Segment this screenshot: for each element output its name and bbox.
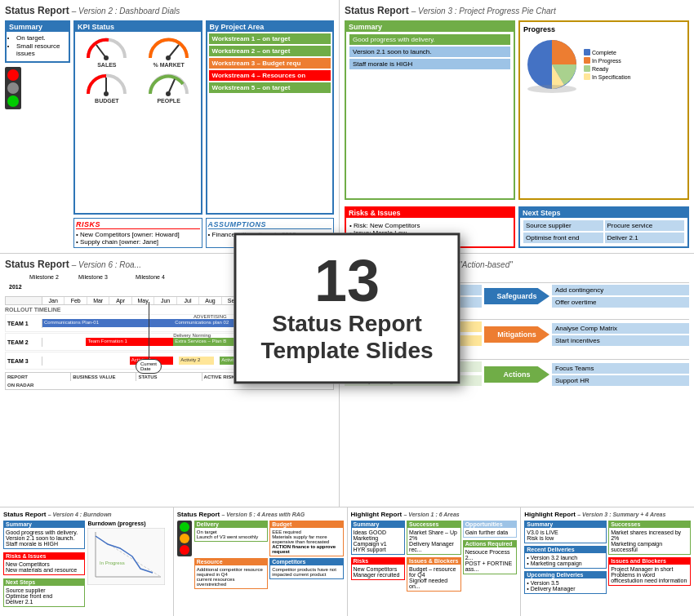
safeguard-1: Add contingency	[552, 285, 689, 295]
v4-s1: Good progress with delivery.	[6, 530, 82, 535]
rag-amber	[180, 534, 189, 543]
v4-r2: New materials and resource	[6, 567, 82, 573]
v5-panel: Status Report – Version 5 : 4 Areas with…	[174, 507, 347, 616]
hl-s2: Marketing Campaign v1	[354, 535, 403, 547]
hl-issues-header: Issues & Blockers	[407, 557, 461, 565]
targets-left: Market Share – Up 2% Delivery Manager re…	[345, 361, 482, 388]
v6-panel: Status Report – Version 6 : Roa... Miles…	[0, 254, 339, 507]
v5-resource-content: Additional competitor resource required …	[194, 565, 268, 589]
progress-section: Progress	[518, 20, 689, 200]
svg-point-5	[104, 91, 109, 96]
v4-summary-content: Good progress with delivery. Version 2.1…	[3, 528, 85, 549]
dates-row: [date] – Milestone 1 [date] – Milestone …	[345, 285, 689, 308]
dial-market-label: % MARKET	[153, 62, 185, 68]
v5-r2: current resources overstretched	[197, 577, 265, 587]
hlv3-suc1: Market shares increased by 2%	[611, 530, 688, 541]
target-2: Delivery Manager recruited	[345, 375, 482, 386]
risks-section-v1: Risks & Issues Risk: New Competitors Iss…	[345, 311, 689, 348]
hlv3-summary-content: V3.0 is LIVE Risk is low	[524, 528, 607, 543]
v5-b2: Materials supply far more expensive than…	[272, 534, 340, 544]
v4-risks-content: New Competitors New materials and resour…	[3, 560, 85, 575]
team1-label: TEAM 1	[6, 319, 42, 328]
targets-section: Targets Market Share – Up 2% Delivery Ma…	[345, 351, 689, 388]
highlight-v1-em: – Version 1 : 6 Areas	[403, 512, 459, 517]
dial-market-svg	[146, 33, 191, 62]
hl-summary-header: Summary	[351, 521, 406, 528]
v4-panel: Status Report – Version 4 : Burndown Sum…	[0, 507, 173, 616]
mitigations-items: Analyse Comp Matrix Start incentives	[552, 323, 689, 346]
hl-o1: Gain further data	[465, 530, 515, 535]
month-sep: Sep	[222, 297, 244, 304]
burndown-chart: In Progress	[87, 528, 165, 585]
v5-d2: Launch of V3 went smoothly	[197, 534, 265, 539]
v3-summary-title: Summary	[346, 22, 514, 32]
hl-successes-content: Market Share – Up 2% Delivery Manager re…	[407, 528, 461, 555]
v4-ns-header: Next Steps	[3, 578, 85, 586]
team3-label: TEAM 3	[6, 357, 42, 366]
svg-point-3	[166, 55, 171, 60]
svg-line-0	[96, 45, 106, 58]
assumption-1: • Finance will continue to 2013	[208, 231, 332, 238]
workstream-list: Workstream 1 – on target Workstream 2 – …	[207, 32, 333, 95]
month-jan-2013: Jan	[312, 297, 333, 304]
footer-onradar: ON RADAR	[6, 381, 71, 389]
hl-a1: Nesouce Process 2...	[465, 549, 515, 561]
ri-item-1: • Risk: New Competitors	[349, 222, 510, 229]
actions-items: Focus Teams Support HR	[552, 363, 689, 386]
hlv3-s2: Risk is low	[527, 535, 604, 541]
v2-title-strong: Status Report	[5, 5, 69, 16]
targets-title: Targets	[345, 351, 689, 360]
v3-summary-items: Good progress with delivery. Version 2.1…	[349, 34, 510, 69]
highlight-v1-content: Summary Ideas GOOD Marketing Campaign v1…	[351, 521, 518, 592]
svg-line-2	[168, 45, 179, 58]
hlv3-s1: V3.0 is LIVE	[527, 530, 604, 535]
team2-bar3: Version 2	[246, 338, 289, 346]
date-2: [date] – Milestone 2	[345, 297, 482, 308]
hl-successes-col: Successes Market Share – Up 2% Delivery …	[407, 521, 461, 592]
v2-summary-list: On target. Small resource issues	[10, 34, 65, 57]
v5-r1: Additional competitor resource required …	[197, 567, 265, 577]
v2-panel: Status Report – Version 2 : Dashboard Di…	[0, 0, 339, 253]
v3-content: Summary Good progress with delivery. Ver…	[345, 20, 689, 200]
v5-budget: Budget EEE required Materials supply far…	[269, 521, 343, 556]
hlv3-i2: Problems in word officestudion need info…	[611, 572, 688, 583]
v4-summary-header: Summary	[3, 521, 85, 528]
year-2012: 2012	[9, 284, 22, 290]
svg-point-7	[166, 91, 171, 96]
dates-left: [date] – Milestone 1 [date] – Milestone …	[345, 285, 482, 308]
v6-title-em: – Version 6 : Roa...	[72, 260, 141, 269]
milestone-3: Milestone 3	[78, 274, 108, 280]
month-mar: Mar	[87, 297, 109, 304]
risks-left: Risk: New Competitors Issue: Morale Low	[345, 321, 482, 348]
svg-point-9	[527, 85, 576, 93]
assumptions-header: AssUMPTIONs	[208, 220, 332, 229]
hl-suc2: Delivery Manager rec...	[409, 541, 459, 552]
hlv3-issues-content: Project Manager in short Problems in wor…	[608, 565, 691, 586]
hlv3-suc2: Marketing campaign successful	[611, 541, 688, 552]
safeguards-arrow: Safeguards	[484, 288, 549, 304]
v4-right: Burndown (progress) In Progress	[87, 521, 169, 607]
pie-legend: Complete In Progress Ready	[584, 49, 630, 80]
traffic-light	[5, 67, 21, 109]
legend-inprogress: In Progress	[584, 57, 630, 64]
team2-delivery: Delivery Norming	[173, 333, 211, 338]
v4-risks-header: Risks & Issues	[3, 552, 85, 560]
ws-5: Workstream 5 – on target	[209, 82, 331, 93]
team1-bar1: Communications Plan-01	[42, 319, 173, 327]
month-nov: Nov	[267, 297, 289, 304]
v1-panel: Status Report – Version 1 : "Action-base…	[340, 254, 694, 507]
month-oct: Oct	[244, 297, 266, 304]
ws-4: Workstream 4 – Resources on	[209, 70, 331, 81]
team3-bar2: Activity 2	[179, 357, 214, 365]
hlv3-upcoming-content: • Version 3.5 • Delivery Manager	[524, 578, 607, 594]
v6-title: Status Report – Version 6 : Roa...	[5, 259, 334, 270]
dial-people: PEOPLE	[139, 69, 199, 104]
v4-ns-content: Source supplier Optimise front end Deliv…	[3, 586, 85, 607]
top-row: Status Report – Version 2 : Dashboard Di…	[0, 0, 694, 253]
hl-r2: Manager recruited	[354, 572, 403, 578]
ws-2: Workstream 2 – on target	[209, 46, 331, 56]
dial-budget-label: BUDGET	[95, 98, 119, 104]
dates-title: Dates	[345, 274, 689, 283]
month-dec: Dec	[289, 297, 311, 304]
v5-resource: Resource Additional competitor resource …	[194, 558, 268, 589]
